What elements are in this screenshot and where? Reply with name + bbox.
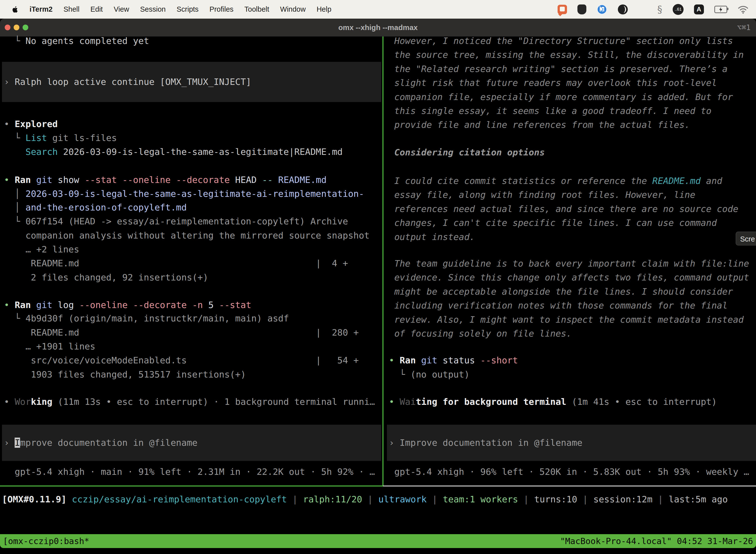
tmux-host-clock: "MacBook-Pro-44.local" 04:52 31-Mar-26 xyxy=(560,534,753,548)
prompt-input[interactable]: › Improve documentation in @filename xyxy=(2,425,381,461)
prompt-input[interactable]: › Improve documentation in @filename xyxy=(387,425,756,461)
terminal-line: README.md | 4 + xyxy=(4,257,382,270)
terminal-line: src/voice/voiceModeEnabled.ts | 54 + xyxy=(4,353,382,367)
terminal-line: companion file, especially if more comme… xyxy=(389,90,756,104)
pane-border-bottom-left xyxy=(0,486,383,487)
terminal-line: │ and-the-erosion-of-copyleft.md xyxy=(4,201,382,214)
terminal-line: • Waiting for background terminal (1m 41… xyxy=(389,395,756,409)
terminal-line: evidence. Since this change only affects… xyxy=(389,271,756,284)
terminal-line: • Ran git log --oneline --decorate -n 5 … xyxy=(4,298,382,312)
terminal-line: I could cite commit statistics or refere… xyxy=(389,174,756,188)
terminal-line: └ No agents completed yet xyxy=(4,34,382,48)
terminal-line: 2 files changed, 92 insertions(+) xyxy=(4,271,382,284)
terminal-pane-right[interactable]: However, I noticed the "Directory Struct… xyxy=(387,0,756,554)
terminal-line: • Ran git status --short xyxy=(389,353,756,367)
terminal-line: the source tree, missing the essay. Stil… xyxy=(389,48,756,62)
terminal-line: provide file and line references from th… xyxy=(389,118,756,132)
terminal-line: └ 4b9d30f (origin/main, instructkr/main,… xyxy=(4,312,382,325)
terminal-line: changes, I can't cite specific file line… xyxy=(389,216,756,230)
terminal-line: The team guideline is to back every impo… xyxy=(389,257,756,271)
pane-border-bottom-right xyxy=(383,486,756,487)
terminal-line: │ 2026-03-09-is-legal-the-same-as-legiti… xyxy=(4,187,382,201)
terminal-line: … +2 lines xyxy=(4,242,382,257)
terminal-line: gpt-5.4 xhigh · 96% left · 520K in · 5.8… xyxy=(389,465,756,479)
terminal-line: including verification notes with those … xyxy=(389,298,756,313)
terminal-line: this single essay, it seems like a good … xyxy=(389,104,756,118)
terminal-line: Considering citation options xyxy=(389,146,756,159)
terminal-line: might be acceptable alongside the file l… xyxy=(389,285,756,298)
terminal-line: review. Also, I might want to inspect th… xyxy=(389,313,756,327)
ralph-loop-banner[interactable]: › Ralph loop active continue [OMX_TMUX_I… xyxy=(2,62,381,102)
terminal-line: └ List git ls-files xyxy=(4,131,382,145)
terminal-line: the "Related research writing" section i… xyxy=(389,62,756,76)
terminal-line: of focusing solely on file lines. xyxy=(389,327,756,340)
terminal-line: 1903 files changed, 513517 insertions(+) xyxy=(4,368,382,382)
terminal-line: • Working (11m 13s • esc to interrupt) ·… xyxy=(4,395,382,409)
terminal-line: slight risk that future readers may over… xyxy=(389,76,756,90)
terminal-line: └ 067f154 (HEAD -> essay/ai-reimplementa… xyxy=(4,214,382,228)
terminal-line: README.md | 280 + xyxy=(4,326,382,340)
terminal-line: └ (no output) xyxy=(389,368,756,382)
screen-tooltip: Scre xyxy=(736,232,756,245)
terminal-line: output instead. xyxy=(389,230,756,244)
screen: iTerm2 ShellEditViewSessionScriptsProfil… xyxy=(0,0,756,554)
omx-status-line: [OMX#0.11.9] cczip/essay/ai-reimplementa… xyxy=(0,492,756,506)
tmux-window-label[interactable]: [omx-cczip0:bash* xyxy=(3,534,89,548)
terminal-line: • Explored xyxy=(4,117,382,131)
terminal-line: … +1901 lines xyxy=(4,340,382,353)
pane-divider-vertical[interactable] xyxy=(382,37,383,486)
terminal-line: companion analysis without altering the … xyxy=(4,229,382,242)
terminal-line: references need actual files, and since … xyxy=(389,202,756,216)
tmux-status-bar: [omx-cczip0:bash* "MacBook-Pro-44.local"… xyxy=(0,534,756,548)
terminal-line: Search 2026-03-09-is-legal-the-same-as-l… xyxy=(4,145,382,159)
terminal-pane-left[interactable]: └ No agents completed yet› Ralph loop ac… xyxy=(0,0,382,554)
terminal-line: • Ran git show --stat --oneline --decora… xyxy=(4,173,382,187)
terminal-line: However, I noticed the "Directory Struct… xyxy=(389,34,756,48)
terminal-line: essay file, along with finding root file… xyxy=(389,188,756,202)
terminal-line: gpt-5.4 xhigh · main · 91% left · 2.31M … xyxy=(4,465,382,479)
